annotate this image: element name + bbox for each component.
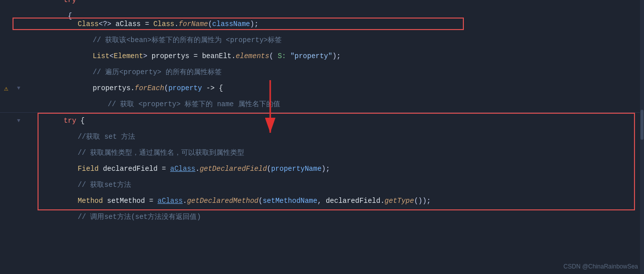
scrollbar[interactable]: [640, 0, 644, 274]
gutter-fold-icon2: ▼: [17, 118, 21, 124]
code-line: // 调用set方法(set方法没有返回值): [0, 209, 644, 225]
gutter-fold-icon: ▼: [17, 85, 21, 91]
lower-code-section: ▼ try { //获取 set 方法 // 获取属性类型，通过属性名，可以获取…: [0, 113, 644, 225]
code-editor: try { Class<?> aClass = Class.forName(cl…: [0, 0, 644, 274]
watermark: CSDN @ChinaRainbowSea: [563, 263, 638, 270]
gutter-warning-icon: ⚠: [4, 84, 8, 93]
scrollbar-thumb[interactable]: [640, 110, 643, 140]
